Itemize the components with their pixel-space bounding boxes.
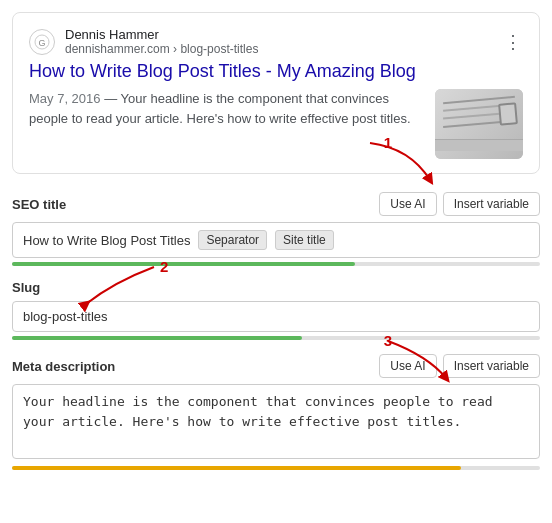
card-description-separator: — <box>104 91 120 106</box>
slug-input[interactable] <box>12 301 540 332</box>
site-icon: G <box>29 29 55 55</box>
main-wrapper: G Dennis Hammer dennishammer.com › blog-… <box>12 12 540 470</box>
site-name: Dennis Hammer <box>65 27 258 42</box>
slug-progress-fill <box>12 336 302 340</box>
card-title: How to Write Blog Post Titles - My Amazi… <box>29 60 523 83</box>
slug-progress <box>12 336 540 340</box>
meta-description-header: Meta description Use AI Insert variable <box>12 354 540 378</box>
seo-title-input[interactable]: How to Write Blog Post Titles Separator … <box>12 222 540 258</box>
seo-insert-variable-button[interactable]: Insert variable <box>443 192 540 216</box>
site-info: Dennis Hammer dennishammer.com › blog-po… <box>65 27 258 56</box>
card-description: May 7, 2016 — Your headline is the compo… <box>29 89 423 128</box>
seo-title-progress <box>12 262 540 266</box>
more-options-icon[interactable]: ⋮ <box>504 31 523 53</box>
svg-text:G: G <box>38 38 45 48</box>
meta-description-section: Meta description Use AI Insert variable <box>12 354 540 470</box>
card-body: May 7, 2016 — Your headline is the compo… <box>29 89 523 159</box>
card-date: May 7, 2016 <box>29 91 101 106</box>
annotation-3: 3 <box>384 332 392 349</box>
slug-label: Slug <box>12 280 40 295</box>
meta-description-label: Meta description <box>12 359 115 374</box>
seo-title-actions: Use AI Insert variable <box>379 192 540 216</box>
annotation-1: 1 <box>384 134 392 151</box>
search-result-card: G Dennis Hammer dennishammer.com › blog-… <box>12 12 540 174</box>
slug-header: Slug <box>12 280 540 295</box>
slug-section: Slug <box>12 280 540 340</box>
seo-title-header: SEO title Use AI Insert variable <box>12 192 540 216</box>
site-url: dennishammer.com › blog-post-titles <box>65 42 258 56</box>
seo-title-value: How to Write Blog Post Titles <box>23 233 190 248</box>
card-header-left: G Dennis Hammer dennishammer.com › blog-… <box>29 27 258 56</box>
meta-description-progress-fill <box>12 466 461 470</box>
meta-description-progress <box>12 466 540 470</box>
seo-site-title-tag[interactable]: Site title <box>275 230 334 250</box>
seo-title-progress-fill <box>12 262 355 266</box>
meta-description-input[interactable] <box>12 384 540 459</box>
meta-use-ai-button[interactable]: Use AI <box>379 354 436 378</box>
meta-insert-variable-button[interactable]: Insert variable <box>443 354 540 378</box>
seo-use-ai-button[interactable]: Use AI <box>379 192 436 216</box>
seo-title-section: SEO title Use AI Insert variable How to … <box>12 192 540 266</box>
card-thumbnail <box>435 89 523 159</box>
seo-separator-tag[interactable]: Separator <box>198 230 267 250</box>
annotation-2: 2 <box>160 258 168 275</box>
meta-description-actions: Use AI Insert variable <box>379 354 540 378</box>
seo-title-label: SEO title <box>12 197 66 212</box>
card-header: G Dennis Hammer dennishammer.com › blog-… <box>29 27 523 56</box>
